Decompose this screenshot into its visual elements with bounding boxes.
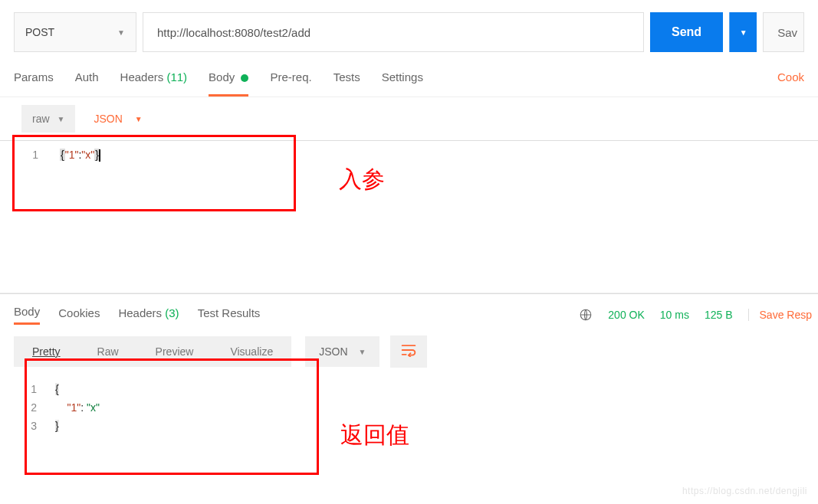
body-type-value: raw (32, 113, 50, 125)
request-body-editor[interactable]: 1 {"1":"x"} 入参 (0, 140, 818, 293)
wrap-icon (401, 343, 416, 357)
response-panel: Body Cookies Headers (3) Test Results 20… (0, 293, 818, 450)
http-method-value: POST (25, 26, 54, 38)
cursor-icon (99, 149, 100, 162)
response-body-editor[interactable]: 1 { 2 "1": "x" 3 } 返回值 (0, 368, 818, 450)
tab-body[interactable]: Body (209, 64, 248, 97)
status-code: 200 OK (608, 309, 644, 321)
editor-line: 1 {"1":"x"} (0, 141, 818, 166)
resp-tab-body[interactable]: Body (14, 305, 40, 325)
tab-headers[interactable]: Headers (11) (120, 64, 188, 94)
line-number: 1 (0, 149, 60, 162)
view-pretty[interactable]: Pretty (14, 336, 79, 367)
tab-auth[interactable]: Auth (75, 64, 99, 94)
save-response-button[interactable]: Save Resp (748, 309, 812, 321)
line-number: 3 (0, 420, 55, 432)
code-content: "1": "x" (55, 401, 100, 414)
code-content: { (55, 383, 59, 395)
tab-headers-label: Headers (120, 70, 164, 83)
body-format-value: JSON (94, 113, 122, 125)
wrap-lines-button[interactable] (390, 335, 427, 368)
code-content: } (55, 420, 59, 432)
send-button[interactable]: Send (650, 12, 723, 52)
resp-tab-cookies[interactable]: Cookies (58, 306, 100, 324)
response-format-select[interactable]: JSON ▼ (305, 336, 379, 367)
status-time: 10 ms (660, 309, 689, 321)
body-type-select[interactable]: raw ▼ (21, 105, 75, 133)
watermark: https://blog.csdn.net/dengjili (682, 486, 807, 496)
chevron-down-icon: ▼ (57, 115, 65, 123)
resp-line: 2 "1": "x" (0, 398, 818, 417)
chevron-down-icon: ▼ (135, 115, 143, 123)
view-visualize[interactable]: Visualize (212, 336, 291, 367)
cookies-link[interactable]: Cook (777, 64, 804, 94)
annotation-label-input: 入参 (339, 164, 385, 195)
tab-body-label: Body (209, 70, 235, 83)
body-format-select[interactable]: JSON ▼ (94, 113, 142, 125)
http-method-select[interactable]: POST ▼ (14, 12, 136, 52)
resp-tab-headers[interactable]: Headers (3) (118, 306, 179, 324)
code-content: {"1":"x"} (60, 149, 100, 162)
view-preview[interactable]: Preview (137, 336, 212, 367)
body-sub-bar: raw ▼ JSON ▼ (0, 97, 818, 133)
response-view-bar: Pretty Raw Preview Visualize JSON ▼ (0, 335, 818, 368)
headers-count: (11) (166, 70, 187, 83)
send-options-button[interactable]: ▼ (729, 12, 757, 52)
tab-settings[interactable]: Settings (382, 64, 423, 94)
chevron-down-icon: ▼ (359, 348, 366, 356)
response-tabs: Body Cookies Headers (3) Test Results 20… (0, 294, 818, 335)
url-bar: POST ▼ http://localhost:8080/test2/add S… (0, 0, 818, 64)
url-input[interactable]: http://localhost:8080/test2/add (143, 12, 644, 52)
globe-icon (579, 308, 593, 322)
save-button[interactable]: Sav (763, 12, 804, 52)
tab-params[interactable]: Params (14, 64, 54, 94)
chevron-down-icon: ▼ (117, 28, 125, 37)
url-value: http://localhost:8080/test2/add (157, 26, 310, 39)
tab-prereq[interactable]: Pre-req. (270, 64, 311, 94)
view-raw[interactable]: Raw (79, 336, 137, 367)
response-format-value: JSON (319, 345, 347, 358)
chevron-down-icon: ▼ (740, 28, 747, 37)
resp-tab-test-results[interactable]: Test Results (198, 306, 261, 324)
resp-line: 3 } (0, 417, 818, 435)
line-number: 1 (0, 383, 55, 395)
status-size: 125 B (705, 309, 733, 321)
view-mode-segment: Pretty Raw Preview Visualize (14, 336, 291, 367)
resp-line: 1 { (0, 380, 818, 398)
body-active-dot-icon (241, 74, 248, 82)
status-area: 200 OK 10 ms 125 B Save Resp (579, 308, 818, 322)
request-tabs: Params Auth Headers (11) Body Pre-req. T… (0, 64, 818, 97)
line-number: 2 (0, 401, 55, 414)
resp-headers-count: (3) (165, 306, 179, 319)
tab-tests[interactable]: Tests (333, 64, 360, 94)
resp-tab-headers-label: Headers (118, 306, 162, 319)
